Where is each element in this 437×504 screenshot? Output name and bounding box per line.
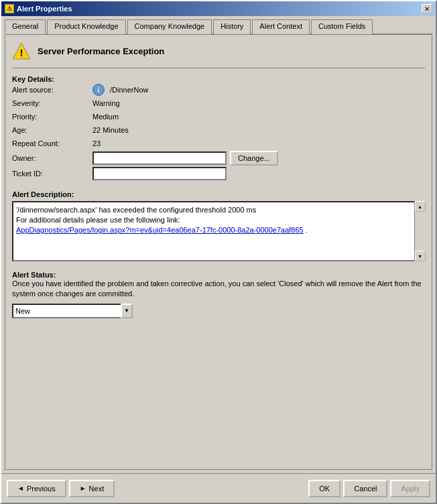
description-link[interactable]: AppDiagnostics/Pages/login.aspx?m=ev&uid… [16, 226, 304, 234]
status-dropdown[interactable]: New Acknowledged Closed [12, 304, 133, 318]
alert-header: ! Server Performance Exception [12, 42, 425, 60]
description-box: '/dinnernow/search.aspx' has exceeded th… [12, 201, 425, 261]
owner-label: Owner: [12, 154, 92, 162]
previous-arrow-icon: ◄ [17, 485, 24, 492]
status-description: Once you have identified the problem and… [12, 279, 425, 300]
repeat-count-value: 23 [92, 139, 101, 147]
tab-history[interactable]: History [213, 19, 251, 34]
description-text-line2: For additional details please use the fo… [16, 215, 410, 225]
tab-bar: General Product Knowledge Company Knowle… [5, 19, 432, 35]
alert-description-section: Alert Description: '/dinnernow/search.as… [12, 188, 425, 261]
svg-text:!: ! [20, 48, 23, 58]
status-dropdown-wrapper: New Acknowledged Closed ▼ [12, 304, 133, 318]
alert-title: Server Performance Exception [38, 46, 164, 56]
alert-source-row: Alert source: i /DinnerNow [12, 83, 425, 97]
previous-button[interactable]: ◄ Previous [7, 480, 66, 497]
repeat-count-row: Repeat Count: 23 [12, 137, 425, 150]
scroll-down-button[interactable]: ▼ [415, 251, 426, 261]
tab-alert-context[interactable]: Alert Context [252, 19, 310, 34]
severity-label: Severity: [12, 99, 92, 107]
next-button[interactable]: ► Next [69, 480, 115, 497]
key-details-label: Key Details: [12, 75, 425, 83]
previous-label: Previous [27, 485, 56, 493]
priority-label: Priority: [12, 113, 92, 121]
ok-button[interactable]: OK [308, 480, 340, 497]
priority-value: Medium [92, 113, 119, 121]
ticket-id-input[interactable] [92, 167, 227, 180]
severity-row: Severity: Warning [12, 97, 425, 110]
change-button[interactable]: Change... [230, 151, 278, 166]
alert-status-label: Alert Status: [12, 271, 425, 279]
title-bar: ⚠ Alert Properties ✕ [1, 1, 436, 16]
description-scrollbar[interactable]: ▲ ▼ [414, 201, 425, 261]
scroll-up-button[interactable]: ▲ [415, 201, 426, 212]
close-button[interactable]: ✕ [422, 4, 432, 13]
key-details-section: Key Details: Alert source: i /DinnerNow … [12, 68, 425, 181]
age-label: Age: [12, 126, 92, 134]
severity-value: Warning [92, 99, 120, 107]
general-panel: ! Server Performance Exception Key Detai… [5, 35, 432, 470]
description-text-line1: '/dinnernow/search.aspx' has exceeded th… [16, 205, 410, 215]
age-value: 22 Minutes [92, 126, 129, 134]
action-buttons: OK Cancel Apply [308, 480, 430, 497]
tab-company-knowledge[interactable]: Company Knowledge [127, 19, 212, 34]
alert-source-label: Alert source: [12, 86, 92, 94]
bottom-bar: ◄ Previous ► Next OK Cancel Apply [1, 473, 436, 503]
description-link-period: . [306, 226, 308, 234]
apply-button[interactable]: Apply [390, 480, 430, 497]
status-dropdown-container: New Acknowledged Closed ▼ [12, 304, 425, 318]
tab-product-knowledge[interactable]: Product Knowledge [47, 19, 125, 34]
owner-input[interactable] [92, 151, 227, 165]
alert-description-label: Alert Description: [12, 190, 425, 198]
tab-custom-fields[interactable]: Custom Fields [311, 19, 373, 34]
ticket-id-row: Ticket ID: [12, 166, 425, 181]
next-label: Next [89, 485, 105, 493]
age-row: Age: 22 Minutes [12, 123, 425, 137]
nav-buttons: ◄ Previous ► Next [7, 480, 115, 497]
cancel-button[interactable]: Cancel [343, 480, 387, 497]
next-arrow-icon: ► [80, 485, 86, 492]
alert-source-icon: i [92, 84, 105, 96]
alert-properties-window: ⚠ Alert Properties ✕ General Product Kno… [0, 0, 437, 504]
window-icon: ⚠ [5, 4, 14, 13]
dropdown-arrow-icon[interactable]: ▼ [121, 304, 133, 318]
repeat-count-label: Repeat Count: [12, 139, 92, 147]
alert-status-section: Alert Status: Once you have identified t… [12, 268, 425, 318]
owner-row: Owner: Change... [12, 150, 425, 166]
priority-row: Priority: Medium [12, 110, 425, 123]
alert-source-value: /DinnerNow [110, 86, 148, 94]
ticket-id-label: Ticket ID: [12, 170, 92, 178]
warning-icon: ! [12, 42, 31, 60]
tab-general[interactable]: General [5, 19, 46, 34]
window-title: Alert Properties [17, 5, 72, 13]
